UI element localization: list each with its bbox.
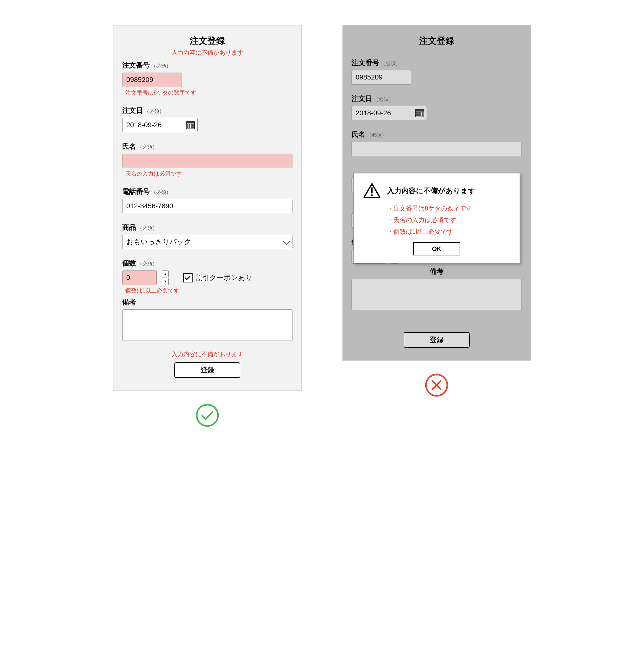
field-name: 氏名 （必須） 氏名の入力は必須です (122, 142, 293, 178)
label-phone: 電話番号 （必須） (122, 187, 293, 196)
quantity-input[interactable]: 0 (122, 271, 157, 285)
svg-point-0 (197, 405, 218, 426)
label-notes: 備考 (351, 267, 522, 276)
label-product: 商品 （必須） (122, 223, 293, 232)
product-select[interactable]: おもいっきりパック (122, 235, 293, 249)
quantity-stepper: ▲ ▼ (162, 271, 169, 285)
error-name: 氏名の入力は必須です (125, 170, 293, 178)
field-notes: 備考 (122, 297, 293, 341)
field-order-date: 注文日 （必須） 2018-09-26 (351, 94, 522, 120)
page-title: 注文登録 (351, 35, 522, 47)
modal-ok-button[interactable]: OK (413, 242, 460, 255)
field-order-number: 注文番号 （必須） 0985209 (351, 58, 522, 85)
field-notes: 備考 (351, 267, 522, 310)
quantity-up-button[interactable]: ▲ (162, 271, 169, 277)
notes-textarea[interactable] (122, 310, 293, 341)
form-panel-good: 注文登録 入力内容に不備があります 注文番号 （必須） 0985209 注文番号… (113, 25, 302, 391)
warning-icon (363, 183, 381, 199)
field-order-date: 注文日 （必須） 2018-09-26 (122, 106, 293, 132)
coupon-checkbox[interactable] (183, 273, 192, 282)
good-example: 注文登録 入力内容に不備があります 注文番号 （必須） 0985209 注文番号… (113, 25, 302, 427)
verdict-good-icon (196, 403, 219, 427)
modal-title: 入力内容に不備があります (387, 186, 476, 196)
chevron-down-icon (282, 237, 290, 245)
label-order-number: 注文番号 （必須） (122, 61, 293, 70)
field-order-number: 注文番号 （必須） 0985209 注文番号は8ケタの数字です (122, 61, 293, 96)
submit-button[interactable]: 登録 (404, 332, 470, 348)
calendar-icon[interactable] (186, 121, 195, 129)
error-quantity: 個数は1以上必要です (125, 287, 293, 294)
name-input[interactable] (351, 142, 522, 156)
form-panel-bad: 注文登録 注文番号 （必須） 0985209 注文日 （必須） 2018-09-… (342, 25, 531, 361)
error-modal: 入力内容に不備があります ・注文番号は8ケタの数字です ・氏名の入力は必須です … (353, 173, 520, 263)
modal-error-item: ・氏名の入力は必須です (387, 216, 510, 224)
page-title: 注文登録 (122, 35, 293, 47)
label-order-date: 注文日 （必須） (122, 106, 293, 115)
phone-input[interactable]: 012-3456-7890 (122, 199, 293, 213)
field-product: 商品 （必須） おもいっきりパック (122, 223, 293, 249)
coupon-label: 割引クーポンあり (196, 273, 253, 282)
check-icon (184, 274, 190, 280)
order-number-input[interactable]: 0985209 (351, 70, 411, 85)
modal-error-item: ・注文番号は8ケタの数字です (387, 204, 510, 213)
verdict-bad-icon (425, 373, 448, 397)
label-quantity: 個数 （必須） (122, 258, 293, 268)
field-name: 氏名 （必須） (351, 130, 522, 156)
label-order-date: 注文日 （必須） (351, 94, 522, 104)
label-order-number: 注文番号 （必須） (351, 58, 522, 68)
svg-point-2 (371, 195, 373, 196)
calendar-icon[interactable] (415, 109, 424, 117)
modal-error-item: ・個数は1以上必要です (387, 227, 510, 236)
field-phone: 電話番号 （必須） 012-3456-7890 (122, 187, 293, 213)
label-name: 氏名 （必須） (351, 130, 522, 139)
bad-example: 注文登録 注文番号 （必須） 0985209 注文日 （必須） 2018-09-… (342, 25, 531, 397)
field-quantity: 個数 （必須） 0 ▲ ▼ 割引クーポンあり 個数は1以 (122, 258, 293, 294)
quantity-down-button[interactable]: ▼ (162, 278, 169, 285)
error-order-number: 注文番号は8ケタの数字です (125, 89, 293, 96)
order-date-input[interactable]: 2018-09-26 (351, 106, 427, 120)
notes-textarea[interactable] (351, 279, 522, 310)
modal-error-list: ・注文番号は8ケタの数字です ・氏名の入力は必須です ・個数は1以上必要です (387, 204, 510, 236)
label-name: 氏名 （必須） (122, 142, 293, 151)
error-summary-bottom: 入力内容に不備があります (122, 350, 293, 359)
name-input[interactable] (122, 154, 293, 168)
order-number-input[interactable]: 0985209 (122, 73, 182, 87)
error-summary-top: 入力内容に不備があります (122, 49, 293, 57)
label-notes: 備考 (122, 297, 293, 307)
order-date-input[interactable]: 2018-09-26 (122, 118, 198, 132)
submit-button[interactable]: 登録 (174, 362, 240, 378)
